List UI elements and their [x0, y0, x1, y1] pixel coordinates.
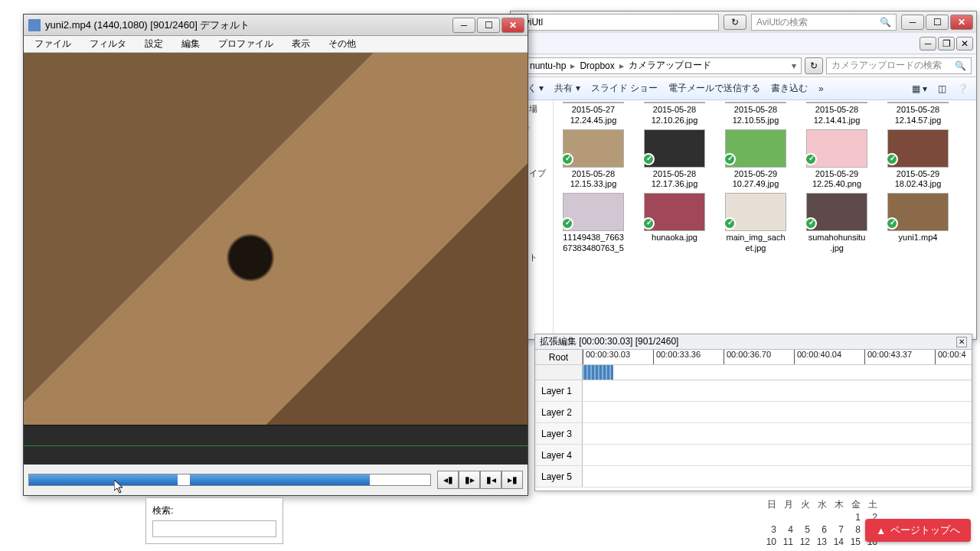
- breadcrumb-item[interactable]: Dropbox: [580, 60, 614, 71]
- timeline-tick: 00:00:33.36: [653, 350, 701, 364]
- file-label: .jpg: [830, 243, 844, 254]
- timeline-layer-track[interactable]: [583, 423, 972, 444]
- calendar-day[interactable]: 6: [813, 523, 830, 536]
- file-item[interactable]: yuni1.mp4: [884, 193, 952, 254]
- timeline-ruler[interactable]: 00:00:30.0300:00:33.3600:00:36.7000:00:4…: [583, 350, 972, 364]
- timeline-preview-strip[interactable]: [583, 365, 613, 380]
- toolbar-more[interactable]: »: [818, 83, 824, 94]
- explorer-search-top[interactable]: AviUtlの検索 🔍: [751, 14, 897, 31]
- timeline-layer[interactable]: Layer 1: [535, 380, 972, 402]
- menu-フィルタ[interactable]: フィルタ: [82, 36, 134, 52]
- play-button[interactable]: ▮▸: [459, 471, 480, 489]
- file-item[interactable]: 2015-05-2812.10.26.jpg: [641, 102, 708, 126]
- calendar-day[interactable]: 3: [763, 523, 779, 536]
- timeline-layer[interactable]: Layer 5: [535, 466, 972, 487]
- file-label: 11149438_7663: [563, 233, 624, 243]
- timeline-root[interactable]: Root: [535, 350, 583, 364]
- first-frame-button[interactable]: ▮◂: [480, 471, 501, 489]
- minimize-button[interactable]: ─: [901, 15, 924, 30]
- calendar-day[interactable]: 1: [847, 511, 864, 523]
- file-item[interactable]: 2015-05-2712.24.45.jpg: [560, 102, 627, 126]
- sync-ok-icon: [886, 217, 898, 230]
- sync-ok-icon: [561, 153, 573, 165]
- file-item[interactable]: 2015-05-2812.14.41.jpg: [803, 102, 871, 126]
- file-label: 10.27.49.jpg: [733, 179, 779, 190]
- prev-frame-button[interactable]: ◂▮: [437, 471, 459, 489]
- file-item[interactable]: sumahohunsitu.jpg: [803, 193, 871, 254]
- calendar-day[interactable]: 11: [779, 536, 796, 548]
- file-item[interactable]: 2015-05-2918.02.43.jpg: [884, 129, 952, 191]
- file-label: hunaoka.jpg: [652, 233, 697, 243]
- menu-編集[interactable]: 編集: [174, 36, 207, 52]
- view-icon[interactable]: ▦ ▾: [912, 83, 927, 94]
- menu-表示[interactable]: 表示: [284, 36, 318, 52]
- audio-waveform: [24, 425, 528, 465]
- calendar-day[interactable]: 4: [779, 523, 796, 536]
- timeline-layer-track[interactable]: [583, 466, 972, 487]
- timeline-layer-name: Layer 5: [535, 466, 583, 487]
- toolbar-slideshow[interactable]: スライド ショー: [591, 82, 658, 95]
- maximize-button[interactable]: ☐: [926, 15, 949, 30]
- sub-minimize-button[interactable]: ─: [920, 37, 936, 51]
- sync-ok-icon: [886, 153, 898, 165]
- menu-プロファイル[interactable]: プロファイル: [211, 36, 281, 52]
- close-button[interactable]: ✕: [501, 18, 524, 33]
- breadcrumb[interactable]: ▸ nuntu-hp ▸ Dropbox ▸ カメラアップロード ▾: [515, 57, 802, 74]
- help-icon[interactable]: ❔: [957, 83, 969, 94]
- maximize-button[interactable]: ☐: [477, 18, 500, 33]
- page-top-button[interactable]: ▲ ページトップへ: [865, 519, 971, 542]
- timeline-tick: 00:00:43.37: [864, 350, 912, 364]
- preview-pane-icon[interactable]: ◫: [938, 83, 946, 94]
- file-item[interactable]: 2015-05-2812.14.57.jpg: [884, 102, 952, 126]
- calendar-day[interactable]: 13: [813, 536, 830, 548]
- file-item[interactable]: 11149438_766367383480763_5: [560, 193, 627, 254]
- search-input[interactable]: [152, 520, 276, 537]
- file-label: 67383480763_5: [563, 243, 624, 254]
- file-item[interactable]: 2015-05-2812.15.33.jpg: [560, 129, 627, 191]
- timeline-layer[interactable]: Layer 4: [535, 445, 972, 466]
- toolbar-email[interactable]: 電子メールで送信する: [668, 82, 760, 95]
- chevron-down-icon[interactable]: ▾: [792, 60, 796, 71]
- seekbar[interactable]: [28, 474, 431, 486]
- calendar-day[interactable]: 8: [847, 523, 864, 536]
- calendar-head: 水: [813, 498, 830, 511]
- file-item[interactable]: hunaoka.jpg: [641, 193, 708, 254]
- refresh-button[interactable]: ↻: [805, 57, 823, 74]
- calendar-day[interactable]: 10: [763, 536, 779, 548]
- file-label: 2015-05-29: [734, 169, 777, 180]
- menu-ファイル[interactable]: ファイル: [27, 36, 79, 52]
- minimize-button[interactable]: ─: [452, 18, 475, 33]
- breadcrumb-item[interactable]: カメラアップロード: [629, 59, 711, 72]
- aviutl-titlebar[interactable]: yuni2.mp4 (1440,1080) [901/2460] デフォルト ─…: [24, 15, 528, 36]
- file-item[interactable]: 2015-05-2912.25.40.png: [803, 129, 871, 191]
- calendar-day[interactable]: 12: [796, 536, 813, 548]
- calendar-day[interactable]: 15: [847, 536, 864, 548]
- explorer-search[interactable]: カメラアップロードの検索 🔍: [826, 57, 972, 74]
- toolbar-share[interactable]: 共有 ▾: [554, 82, 580, 95]
- calendar-day[interactable]: 5: [796, 523, 813, 536]
- timeline-layer[interactable]: Layer 2: [535, 402, 972, 423]
- aviutl-menubar: ファイルフィルタ設定編集プロファイル表示その他: [24, 36, 528, 53]
- timeline-layer[interactable]: Layer 3: [535, 423, 972, 445]
- toolbar-burn[interactable]: 書き込む: [771, 82, 808, 95]
- timeline-layer-track[interactable]: [583, 380, 972, 401]
- file-item[interactable]: 2015-05-2910.27.49.jpg: [722, 129, 789, 191]
- file-item[interactable]: 2015-05-2812.17.36.jpg: [641, 129, 708, 191]
- file-item[interactable]: main_img_sachet.jpg: [722, 193, 789, 254]
- refresh-button-top[interactable]: ↻: [724, 15, 746, 30]
- file-item[interactable]: 2015-05-2812.10.55.jpg: [722, 102, 789, 126]
- timeline-layer-name: Layer 2: [535, 402, 583, 422]
- close-button[interactable]: ✕: [950, 15, 973, 30]
- breadcrumb-item[interactable]: nuntu-hp: [530, 60, 566, 71]
- calendar-day[interactable]: 14: [830, 536, 847, 548]
- timeline-close-icon[interactable]: ✕: [956, 337, 967, 347]
- file-label: 12.14.41.jpg: [814, 116, 861, 126]
- menu-設定[interactable]: 設定: [137, 36, 171, 52]
- menu-その他[interactable]: その他: [321, 36, 364, 52]
- last-frame-button[interactable]: ▸▮: [501, 471, 523, 489]
- calendar-day[interactable]: 7: [830, 523, 847, 536]
- timeline-layer-track[interactable]: [583, 445, 972, 465]
- sub-restore-button[interactable]: ❐: [938, 37, 955, 51]
- timeline-layer-track[interactable]: [583, 402, 972, 422]
- sub-close-button[interactable]: ✕: [956, 37, 973, 51]
